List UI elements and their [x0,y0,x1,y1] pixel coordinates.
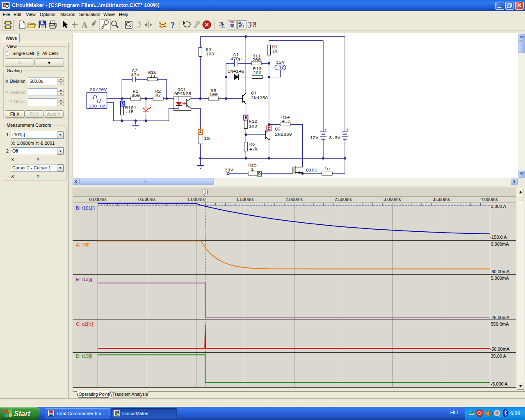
svg-text:-60.00mA: -60.00mA [490,269,510,274]
svg-text:D: r15[i]: D: r15[i] [76,354,92,358]
svg-text:E: r12[i]: E: r12[i] [76,277,92,282]
svg-text:A: r9[i]: A: r9[i] [76,242,89,247]
svg-text:C: q2[ic]: C: q2[ic] [76,322,93,326]
svg-text:0.000 A: 0.000 A [491,204,507,209]
svg-text:-5.000 A: -5.000 A [491,381,508,386]
svg-text:550.0mA: 550.0mA [491,322,509,326]
svg-text:3.000ms: 3.000ms [383,197,401,202]
svg-text:4.000ms: 4.000ms [480,197,498,202]
svg-text:1.500ms: 1.500ms [236,197,254,202]
svg-text:6:38: 6:38 [510,411,520,416]
svg-text:0.000mA: 0.000mA [491,242,509,247]
svg-text:CircuitMaker: CircuitMaker [122,411,149,416]
svg-text:B: r101[i]: B: r101[i] [76,205,95,210]
svg-text:5.000mA: 5.000mA [491,276,509,281]
svg-text:0.500ms: 0.500ms [138,197,156,202]
svg-text:-150.0 A: -150.0 A [490,235,507,240]
svg-text:35.00 A: 35.00 A [491,354,507,358]
svg-text:3.500ms: 3.500ms [433,197,450,202]
svg-text:Operating Point: Operating Point [79,392,109,397]
svg-text:2.500ms: 2.500ms [334,197,352,202]
svg-text:A: A [82,21,88,30]
svg-text:?: ? [171,20,175,30]
svg-text:1: 1 [204,190,206,194]
svg-text:2.000ms: 2.000ms [285,197,303,202]
svg-text:0.000ms: 0.000ms [89,197,107,202]
svg-text:1.000ms: 1.000ms [187,197,205,202]
svg-text:Transient Analysis: Transient Analysis [112,392,148,397]
svg-text:-25.00mA: -25.00mA [490,315,510,320]
svg-text:Start: Start [14,410,31,418]
svg-text:-50.00mA: -50.00mA [490,347,510,352]
svg-text:Total Commander 6.5...: Total Commander 6.5... [56,411,105,416]
